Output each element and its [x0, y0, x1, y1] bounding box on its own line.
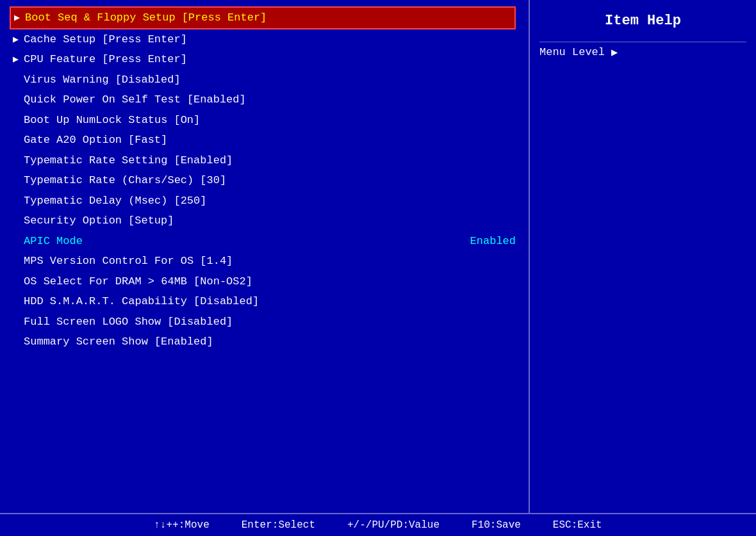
menu-item-full-screen-logo[interactable]: ▶ Full Screen LOGO Show [Disabled] — [13, 312, 516, 332]
item-value: [Non-OS2] — [193, 273, 252, 290]
main-panel: ▶ Boot Seq & Floppy Setup [Press Enter] … — [0, 0, 529, 513]
item-value: [On] — [174, 112, 200, 129]
item-value: [Press Enter] — [182, 10, 267, 26]
item-value: [Press Enter] — [102, 31, 187, 48]
menu-item-typematic-delay[interactable]: ▶ Typematic Delay (Msec) [250] — [13, 191, 516, 211]
item-value: [1.4] — [200, 253, 233, 270]
item-label: MPS Version Control For OS — [24, 253, 193, 270]
item-label: Quick Power On Self Test — [24, 92, 181, 108]
item-label: Virus Warning — [24, 72, 109, 88]
menu-item-hdd-smart[interactable]: ▶ HDD S.M.A.R.T. Capability [Disabled] — [13, 291, 516, 312]
status-save: F10:Save — [472, 519, 521, 531]
item-value: [Setup] — [128, 213, 174, 229]
menu-item-os-select[interactable]: ▶ OS Select For DRAM > 64MB [Non-OS2] — [13, 272, 516, 292]
item-label: Security Option — [24, 213, 122, 229]
item-value: [Enabled] — [154, 334, 213, 350]
item-arrow: ▶ — [14, 12, 20, 26]
status-move: ↑↓++:Move — [154, 519, 209, 531]
status-exit: ESC:Exit — [553, 519, 602, 531]
status-bar: ↑↓++:MoveEnter:Select+/-/PU/PD:ValueF10:… — [0, 513, 756, 536]
menu-item-typematic-rate-setting[interactable]: ▶ Typematic Rate Setting [Enabled] — [13, 150, 516, 171]
menu-item-virus-warning[interactable]: ▶ Virus Warning [Disabled] — [13, 70, 516, 90]
item-value: [Enabled] — [187, 92, 246, 108]
item-value: [Fast] — [128, 132, 167, 149]
item-value: [Disabled] — [115, 72, 181, 88]
item-label: Cache Setup — [24, 31, 95, 48]
item-label: Typematic Delay (Msec) — [24, 193, 167, 209]
item-value: [Disabled] — [167, 314, 233, 330]
menu-item-cache-setup[interactable]: ▶ Cache Setup [Press Enter] — [13, 29, 516, 50]
item-label: CPU Feature — [24, 51, 95, 68]
item-value: [Press Enter] — [102, 51, 187, 68]
menu-item-summary-screen[interactable]: ▶ Summary Screen Show [Enabled] — [13, 332, 516, 352]
item-value: [Enabled] — [174, 152, 233, 169]
menu-item-apic-mode[interactable]: ▶ APIC Mode Enabled — [13, 231, 516, 252]
item-label: Typematic Rate (Chars/Sec) — [24, 172, 193, 189]
bios-screen: ▶ Boot Seq & Floppy Setup [Press Enter] … — [0, 0, 756, 513]
status-select: Enter:Select — [242, 519, 315, 531]
menu-level-content: Menu Level ▶ — [539, 45, 746, 59]
menu-level-arrow: ▶ — [611, 45, 618, 59]
item-label: Boot Seq & Floppy Setup — [25, 10, 176, 26]
menu-item-mps-version[interactable]: ▶ MPS Version Control For OS [1.4] — [13, 251, 516, 272]
item-arrow: ▶ — [13, 33, 19, 48]
menu-items-container: ▶ Boot Seq & Floppy Setup [Press Enter] … — [13, 6, 516, 507]
item-label: Full Screen LOGO Show — [24, 314, 161, 330]
item-label: Boot Up NumLock Status — [24, 112, 167, 129]
menu-item-boot-seq[interactable]: ▶ Boot Seq & Floppy Setup [Press Enter] — [10, 6, 516, 29]
item-value: Enabled — [470, 233, 516, 250]
menu-item-security-option[interactable]: ▶ Security Option [Setup] — [13, 211, 516, 231]
help-panel: Item Help Menu Level ▶ — [529, 0, 756, 513]
menu-item-typematic-rate-chars[interactable]: ▶ Typematic Rate (Chars/Sec) [30] — [13, 170, 516, 191]
item-value: [250] — [174, 193, 206, 209]
menu-item-cpu-feature[interactable]: ▶ CPU Feature [Press Enter] — [13, 49, 516, 70]
item-label: Typematic Rate Setting — [24, 152, 167, 169]
item-label: Summary Screen Show — [24, 334, 148, 350]
menu-item-boot-numlock[interactable]: ▶ Boot Up NumLock Status [On] — [13, 110, 516, 131]
status-value: +/-/PU/PD:Value — [347, 519, 440, 531]
item-label: HDD S.M.A.R.T. Capability — [24, 293, 187, 310]
item-value: [30] — [200, 172, 226, 189]
help-panel-title: Item Help — [539, 6, 746, 38]
menu-item-quick-power[interactable]: ▶ Quick Power On Self Test [Enabled] — [13, 90, 516, 110]
item-label: OS Select For DRAM > 64MB — [24, 273, 187, 290]
menu-level-label: Menu Level — [539, 46, 605, 58]
item-label: Gate A20 Option — [24, 132, 122, 149]
help-divider — [539, 42, 746, 42]
menu-item-gate-a20[interactable]: ▶ Gate A20 Option [Fast] — [13, 130, 516, 150]
item-arrow: ▶ — [13, 53, 19, 68]
item-label: APIC Mode — [24, 233, 83, 250]
item-value: [Disabled] — [193, 293, 259, 310]
